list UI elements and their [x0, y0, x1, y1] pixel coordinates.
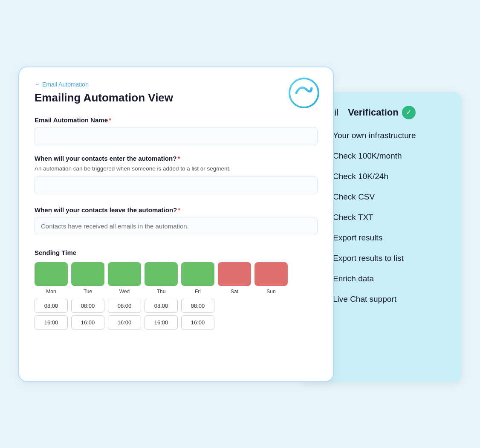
contacts-enter-field: When will your contacts enter the automa…: [35, 155, 318, 204]
day-label-sat: Sat: [231, 289, 238, 295]
time-input-tue-1[interactable]: [71, 299, 104, 313]
day-block-wed: Wed: [108, 262, 141, 295]
day-btn-fri[interactable]: [181, 262, 214, 286]
days-row: Mon Tue Wed Thu: [35, 262, 318, 295]
automation-name-field: Email Automation Name*: [35, 116, 318, 155]
feature-text-8: Enrich data: [333, 274, 374, 283]
feature-text-4: Check CSV: [333, 192, 375, 202]
feature-item-5: ✓ Check TXT: [315, 211, 446, 223]
contacts-enter-hint: An automation can be triggered when some…: [35, 165, 318, 172]
feature-text-6: Export results: [333, 233, 382, 243]
day-label-thu: Thu: [157, 289, 166, 295]
time-input-thu-2[interactable]: [145, 315, 178, 329]
day-btn-wed[interactable]: [108, 262, 141, 286]
feature-text-7: Export results to list: [333, 254, 404, 263]
feature-text-5: Check TXT: [333, 213, 373, 222]
day-btn-mon[interactable]: [35, 262, 68, 286]
required-marker-3: *: [178, 206, 180, 214]
day-label-sun: Sun: [266, 289, 275, 295]
feature-item-8: ✓ Enrich data: [315, 273, 446, 285]
time-input-thu-1[interactable]: [145, 299, 178, 313]
feature-item-1: ✓ Your own infrastructure: [315, 130, 446, 142]
feature-text-3: Check 10K/24h: [333, 172, 388, 181]
day-label-tue: Tue: [84, 289, 92, 295]
form-title: Emailing Automation View: [35, 91, 318, 104]
time-input-mon-1[interactable]: [35, 299, 68, 313]
required-marker: *: [109, 116, 111, 124]
verify-title-bold: Verification: [348, 107, 399, 118]
contacts-leave-label: When will your contacts leave the automa…: [35, 206, 318, 214]
feature-item-6: ✓ Export results: [315, 232, 446, 244]
form-card: ← Email Automation Emailing Automation V…: [18, 66, 334, 382]
contacts-leave-input[interactable]: [35, 217, 318, 235]
verified-badge-icon: ✓: [402, 106, 416, 119]
day-btn-tue[interactable]: [71, 262, 104, 286]
day-block-thu: Thu: [145, 262, 178, 295]
day-block-mon: Mon: [35, 262, 68, 295]
contacts-leave-field: When will your contacts leave the automa…: [35, 206, 318, 245]
day-btn-sun[interactable]: [254, 262, 288, 286]
day-label-wed: Wed: [119, 289, 130, 295]
day-btn-sat[interactable]: [218, 262, 251, 286]
day-label-fri: Fri: [195, 289, 201, 295]
day-block-fri: Fri: [181, 262, 214, 295]
day-btn-thu[interactable]: [145, 262, 178, 286]
contacts-enter-input[interactable]: [35, 176, 318, 194]
day-block-sat: Sat: [218, 262, 251, 295]
feature-item-4: ✓ Check CSV: [315, 191, 446, 203]
required-marker-2: *: [177, 155, 180, 162]
day-block-tue: Tue: [71, 262, 104, 295]
contacts-enter-label: When will your contacts enter the automa…: [35, 155, 318, 162]
feature-item-7: ✓ Export results to list: [315, 252, 446, 264]
automation-name-input[interactable]: [35, 127, 318, 145]
time-input-mon-2[interactable]: [35, 315, 68, 329]
svg-point-0: [289, 78, 318, 107]
logo: [289, 78, 319, 108]
day-label-mon: Mon: [46, 289, 56, 295]
feature-text-2: Check 100K/month: [333, 151, 402, 161]
back-link[interactable]: ← Email Automation: [35, 81, 318, 88]
sending-time-section: Sending Time Mon Tue Wed: [35, 249, 318, 329]
feature-text-9: Live Chat support: [333, 295, 396, 304]
day-block-sun: Sun: [254, 262, 288, 295]
time-input-fri-1[interactable]: [181, 299, 214, 313]
feature-item-3: ✓ Check 10K/24h: [315, 171, 446, 182]
automation-name-label: Email Automation Name*: [35, 116, 318, 124]
times-row-2: [35, 315, 318, 329]
time-input-wed-2[interactable]: [108, 315, 141, 329]
sending-time-label: Sending Time: [35, 249, 318, 256]
main-container: ← Email Automation Emailing Automation V…: [18, 66, 462, 382]
feature-item-9: ✓ Live Chat support: [315, 293, 446, 305]
back-arrow-icon: ←: [35, 81, 40, 88]
feature-text-1: Your own infrastructure: [333, 131, 416, 140]
back-link-label: Email Automation: [42, 81, 89, 88]
time-input-fri-2[interactable]: [181, 315, 214, 329]
verify-title: Email Verification ✓: [315, 106, 446, 119]
feature-item-2: ✓ Check 100K/month: [315, 150, 446, 162]
time-input-wed-1[interactable]: [108, 299, 141, 313]
time-input-tue-2[interactable]: [71, 315, 104, 329]
times-row-1: [35, 299, 318, 313]
